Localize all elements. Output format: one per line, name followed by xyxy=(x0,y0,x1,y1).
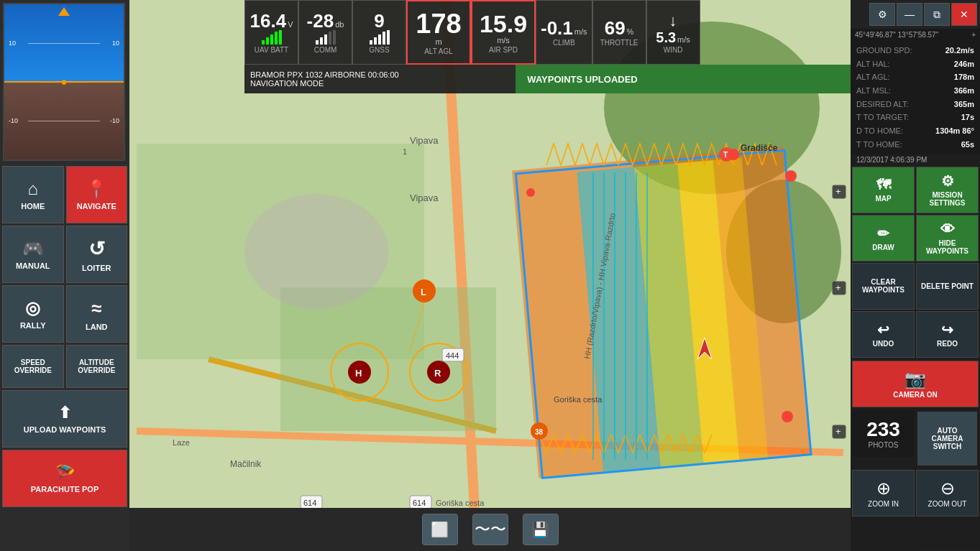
hide-waypoints-icon: 👁 xyxy=(940,221,955,238)
coords-bar: 45°49'46.87" 13°57'58.57" + xyxy=(851,29,980,41)
upload-waypoints-button[interactable]: ⬆ UPLOAD WAYPOINTS xyxy=(2,390,127,448)
wave-tool-button[interactable]: 〜〜 xyxy=(472,514,508,545)
manual-button[interactable]: 🎮 MANUAL xyxy=(2,226,64,283)
svg-rect-17 xyxy=(516,150,811,478)
zoom-buttons: ⊕ ZOOM IN ⊖ ZOOM OUT xyxy=(851,468,980,518)
svg-text:Mačilnik: Mačilnik xyxy=(230,459,262,469)
zoom-out-icon: ⊖ xyxy=(940,478,955,499)
coordinates: 45°49'46.87" 13°57'58.57" xyxy=(855,31,938,39)
svg-point-31 xyxy=(427,361,450,384)
alt-hal-row: ALT HAL: 246m xyxy=(856,57,974,71)
svg-point-28 xyxy=(348,361,371,384)
alt-agl-row: ALT AGL: 178m xyxy=(856,70,974,84)
rally-button[interactable]: ◎ RALLY xyxy=(2,285,64,343)
photos-panel: 233 PHOTOS xyxy=(852,410,915,457)
tile-icon: ⧉ xyxy=(933,9,940,21)
svg-rect-54 xyxy=(833,282,846,295)
telemetry-panel: GROUND SPD: 20.2m/s ALT HAL: 246m ALT AG… xyxy=(851,41,980,154)
mission-info: BRAMOR PPX 1032 AIRBORNE 00:06:00 xyxy=(250,70,510,79)
upload-icon: ⬆ xyxy=(58,404,71,422)
mission-settings-icon: ⚙ xyxy=(941,172,954,190)
delete-point-button[interactable]: DELETE POINT xyxy=(916,263,979,310)
svg-rect-43 xyxy=(301,496,322,508)
save-button[interactable]: 💾 xyxy=(523,514,559,545)
map-button[interactable]: 🗺 MAP xyxy=(852,167,915,213)
speed-override-button[interactable]: SPEED OVERRIDE xyxy=(2,345,64,388)
svg-text:Vipava: Vipava xyxy=(410,193,439,203)
rally-icon: ◎ xyxy=(25,298,40,318)
desired-alt-row: DESIRED ALT: 365m xyxy=(856,98,974,111)
close-button[interactable]: ✕ xyxy=(951,3,977,26)
navigate-icon: 📍 xyxy=(86,179,107,199)
svg-text:Goriška cesta: Goriška cesta xyxy=(554,395,603,404)
camera-icon: 📷 xyxy=(905,369,926,389)
photos-auto-row: 233 PHOTOS AUTO CAMERA SWITCH xyxy=(851,409,980,468)
parachute-icon: 🪂 xyxy=(55,463,75,482)
mission-settings-button[interactable]: ⚙ MISSION SETTINGS xyxy=(916,167,979,213)
svg-rect-4 xyxy=(137,144,424,359)
draw-icon: ✏ xyxy=(877,225,889,242)
svg-text:H: H xyxy=(355,368,362,379)
right-top-bar: ⚙ — ⧉ ✕ xyxy=(851,0,980,29)
manual-icon: 🎮 xyxy=(22,239,44,259)
svg-line-36 xyxy=(410,302,424,352)
ground-spd-row: GROUND SPD: 20.2m/s xyxy=(856,44,974,57)
navigate-button[interactable]: 📍 NAVIGATE xyxy=(66,166,128,223)
svg-text:Laze: Laze xyxy=(173,438,190,447)
auto-camera-switch-button[interactable]: AUTO CAMERA SWITCH xyxy=(917,412,977,466)
d-to-home-row: D TO HOME: 1304m 86° xyxy=(856,124,974,138)
draw-button[interactable]: ✏ DRAW xyxy=(852,215,915,261)
gnss-cell: 9 GNSS xyxy=(352,0,406,65)
top-hud: 16.4 V UAV BATT -28 db COMM 9 xyxy=(244,0,851,65)
tile-button[interactable]: ⧉ xyxy=(924,3,950,26)
close-icon: ✕ xyxy=(960,9,968,20)
svg-text:444: 444 xyxy=(446,351,459,360)
uav-batt-cell: 16.4 V UAV BATT xyxy=(244,0,298,65)
expand-icon: + xyxy=(971,31,976,39)
svg-rect-12 xyxy=(512,147,811,478)
settings-button[interactable]: ⚙ xyxy=(869,3,895,26)
waypoints-status: WAYPOINTS UPLOADED xyxy=(516,65,851,93)
svg-rect-41 xyxy=(442,348,464,361)
hide-waypoints-button[interactable]: 👁 HIDE WAYPOINTS xyxy=(916,215,979,261)
svg-text:+: + xyxy=(835,186,841,197)
parachute-pop-button[interactable]: 🪂 PARACHUTE POP xyxy=(2,450,127,507)
loiter-icon: ↺ xyxy=(88,237,105,261)
rectangle-tool-button[interactable]: ⬜ xyxy=(422,514,458,545)
svg-text:Vipava: Vipava xyxy=(410,135,439,146)
svg-text:+: + xyxy=(835,426,841,437)
status-bar: BRAMOR PPX 1032 AIRBORNE 00:06:00 NAVIGA… xyxy=(244,65,851,93)
camera-button[interactable]: 📷 CAMERA ON xyxy=(852,361,979,407)
svg-point-25 xyxy=(782,411,793,422)
status-left: BRAMOR PPX 1032 AIRBORNE 00:06:00 NAVIGA… xyxy=(244,65,516,93)
rectangle-icon: ⬜ xyxy=(431,521,449,538)
attitude-indicator: 10 10 -10 -10 ——●—— xyxy=(3,3,125,161)
minimize-icon: — xyxy=(905,9,915,20)
comm-cell: -28 db COMM xyxy=(298,0,352,65)
svg-rect-5 xyxy=(280,287,496,431)
land-button[interactable]: ≈ LAND xyxy=(66,285,128,343)
svg-text:1: 1 xyxy=(403,147,407,156)
t-to-target-row: T TO TARGET: 17s xyxy=(856,111,974,124)
home-button[interactable]: ⌂ HOME xyxy=(2,166,64,223)
svg-text:614: 614 xyxy=(413,499,426,507)
minimize-button[interactable]: — xyxy=(897,3,922,26)
alt-msl-row: ALT MSL: 366m xyxy=(856,84,974,98)
climb-cell: -0.1 m/s CLIMB xyxy=(536,0,592,65)
svg-rect-14 xyxy=(634,163,703,468)
altitude-override-button[interactable]: ALTITUDE OVERRIDE xyxy=(66,345,128,388)
datetime: 12/3/2017 4:06:39 PM xyxy=(851,154,980,165)
clear-waypoints-button[interactable]: CLEAR WAYPOINTS xyxy=(852,263,915,310)
zoom-out-button[interactable]: ⊖ ZOOM OUT xyxy=(916,470,979,517)
uav-batt-value: 16.4 xyxy=(250,11,287,30)
svg-point-7 xyxy=(726,180,841,323)
redo-button[interactable]: ↪ REDO xyxy=(916,311,979,358)
svg-text:+: + xyxy=(835,282,841,293)
svg-rect-16 xyxy=(713,157,768,460)
svg-rect-45 xyxy=(410,496,431,508)
air-spd-cell: 15.9 m/s AIR SPD xyxy=(471,0,536,65)
undo-button[interactable]: ↩ UNDO xyxy=(852,311,915,358)
zoom-in-button[interactable]: ⊕ ZOOM IN xyxy=(852,470,915,517)
loiter-button[interactable]: ↺ LOITER xyxy=(66,226,128,283)
svg-rect-13 xyxy=(577,167,661,473)
